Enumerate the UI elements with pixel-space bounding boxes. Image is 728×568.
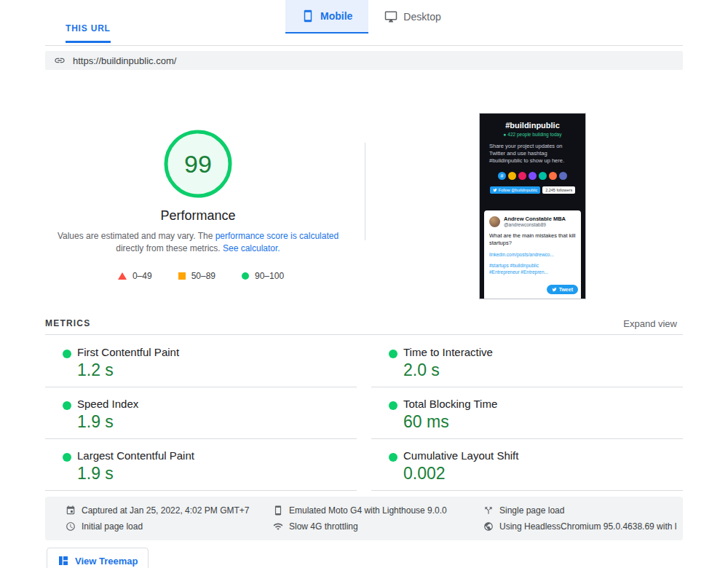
avatar: [539, 172, 547, 180]
metric-speed-index: Speed Index 1.9 s: [45, 393, 357, 439]
legend-range-label: 50–89: [191, 271, 215, 281]
tweet-button: Tweet: [547, 285, 578, 294]
legend-range-label: 90–100: [255, 271, 284, 281]
meta-single-page-load: Single page load: [483, 505, 677, 516]
disclaimer-text: Values are estimated and may vary. The: [58, 231, 215, 241]
meta-initial-page-load: Initial page load: [66, 521, 273, 532]
tweet-text: What are the main mistakes that kill sta…: [489, 232, 576, 247]
hashtag-avatar: #: [498, 172, 506, 180]
metric-value: 0.002: [403, 464, 446, 484]
expand-view-button[interactable]: Expand view: [623, 318, 677, 329]
tweet-author-avatar: [489, 216, 500, 227]
wifi-signal-icon: [273, 521, 283, 532]
score-disclaimer: Values are estimated and may vary. The p…: [56, 230, 340, 255]
legend-item-poor: 0–49: [118, 271, 152, 281]
tweet-card: Andrew Constable MBA @andrewconstab89 Wh…: [484, 210, 581, 299]
green-dot-icon: [389, 401, 397, 410]
mobile-icon: [301, 9, 314, 23]
performance-label: Performance: [45, 208, 351, 224]
green-dot-icon: [389, 350, 397, 358]
followers-count: 2,245 followers: [542, 186, 575, 194]
header-divider: [45, 45, 683, 46]
tweet-hashtags: #startups #buildinpublic #Entrepreneur #…: [489, 262, 558, 275]
view-treemap-button[interactable]: View Treemap: [47, 548, 149, 568]
disclaimer-text: directly from these metrics.: [116, 243, 223, 253]
link-icon: [54, 55, 66, 66]
meta-captured-at: Captured at Jan 25, 2022, 4:02 PM GMT+7: [66, 505, 273, 516]
metric-value: 2.0 s: [403, 360, 440, 380]
tweet-author-handle: @andrewconstab89: [504, 222, 566, 227]
calendar-icon: [66, 505, 76, 516]
meta-chromium-version: Using HeadlessChromium 95.0.4638.69 with…: [483, 521, 677, 532]
metric-value: 1.2 s: [77, 360, 114, 380]
thumb-avatar-row: #: [480, 172, 585, 180]
thumb-site-title: #buildinpublic: [480, 121, 585, 130]
legend-item-average: 50–89: [178, 271, 215, 281]
globe-icon: [483, 521, 494, 532]
twitter-bird-icon: [493, 188, 497, 192]
legend-item-good: 90–100: [242, 271, 284, 281]
green-dot-icon: [63, 350, 71, 358]
thumb-description: Share your project updates on Twitter an…: [489, 143, 576, 165]
tweet-link: linkedin.com/posts/andrewco...: [489, 252, 576, 257]
see-calculator-link[interactable]: See calculator.: [223, 243, 280, 253]
metric-label: Total Blocking Time: [403, 398, 497, 410]
smartphone-icon: [273, 505, 283, 516]
metric-label: Cumulative Layout Shift: [403, 449, 518, 462]
tweet-author-name: Andrew Constable MBA: [504, 216, 566, 222]
fork-split-icon: [483, 505, 494, 516]
treemap-icon: [58, 555, 69, 567]
tweet-button-label: Tweet: [559, 287, 573, 292]
view-treemap-label: View Treemap: [75, 556, 138, 567]
meta-text: Captured at Jan 25, 2022, 4:02 PM GMT+7: [82, 505, 249, 516]
meta-text: Emulated Moto G4 with Lighthouse 9.0.0: [289, 505, 447, 516]
metric-label: Time to Interactive: [403, 346, 493, 358]
legend-range-label: 0–49: [132, 271, 152, 281]
score-legend: 0–49 50–89 90–100: [45, 271, 357, 281]
pagespeed-report: Mobile Desktop THIS URL https://buildinp…: [0, 0, 728, 568]
metric-first-contentful-paint: First Contentful Paint 1.2 s: [45, 341, 357, 387]
metric-cumulative-layout-shift: Cumulative Layout Shift 0.002: [371, 444, 683, 491]
analyzed-url: https://buildinpublic.com/: [73, 55, 176, 66]
thumb-live-count: ● 422 people building today: [480, 132, 585, 137]
avatar: [559, 172, 567, 180]
desktop-icon: [384, 10, 397, 23]
meta-text: Using HeadlessChromium 95.0.4638.69 with…: [499, 521, 677, 532]
performance-score: 99: [184, 150, 212, 178]
metric-label: Speed Index: [77, 398, 138, 410]
tab-this-url[interactable]: THIS URL: [66, 23, 111, 43]
tweet-card-header: Andrew Constable MBA @andrewconstab89: [489, 216, 576, 227]
green-dot-icon: [63, 401, 71, 410]
clock-icon: [66, 521, 76, 532]
tab-mobile[interactable]: Mobile: [285, 0, 368, 33]
metric-label: First Contentful Paint: [77, 346, 179, 358]
twitter-bird-icon: [552, 287, 557, 292]
capture-meta-bar: Captured at Jan 25, 2022, 4:02 PM GMT+7 …: [45, 497, 683, 540]
page-screenshot-thumbnail: #buildinpublic ● 422 people building tod…: [479, 113, 586, 299]
meta-text: Slow 4G throttling: [289, 521, 358, 532]
meta-text: Initial page load: [82, 521, 143, 532]
avatar: [518, 172, 526, 180]
metric-largest-contentful-paint: Largest Contentful Paint 1.9 s: [45, 444, 357, 491]
meta-text: Single page load: [499, 505, 564, 516]
avatar: [529, 172, 537, 180]
device-tabs: Mobile Desktop: [285, 0, 457, 33]
tab-desktop-label: Desktop: [403, 11, 440, 23]
orange-square-icon: [178, 272, 186, 280]
avatar: [549, 172, 557, 180]
green-circle-icon: [242, 272, 249, 280]
green-dot-icon: [389, 453, 397, 462]
score-screenshot-divider: [365, 143, 365, 240]
metric-total-blocking-time: Total Blocking Time 60 ms: [371, 393, 683, 439]
score-calculation-link[interactable]: performance score is calculated: [215, 231, 339, 241]
follow-button-label: Follow @buildinpublic: [499, 188, 537, 192]
thumb-follow-row: Follow @buildinpublic 2,245 followers: [480, 186, 585, 194]
metric-value: 60 ms: [403, 412, 449, 432]
meta-throttling: Slow 4G throttling: [273, 521, 483, 532]
tab-desktop[interactable]: Desktop: [368, 0, 456, 33]
tab-mobile-label: Mobile: [320, 10, 352, 22]
avatar: [508, 172, 516, 180]
meta-emulated-device: Emulated Moto G4 with Lighthouse 9.0.0: [273, 505, 483, 516]
tab-this-url-label: THIS URL: [66, 23, 111, 33]
metrics-heading: METRICS: [45, 318, 90, 328]
